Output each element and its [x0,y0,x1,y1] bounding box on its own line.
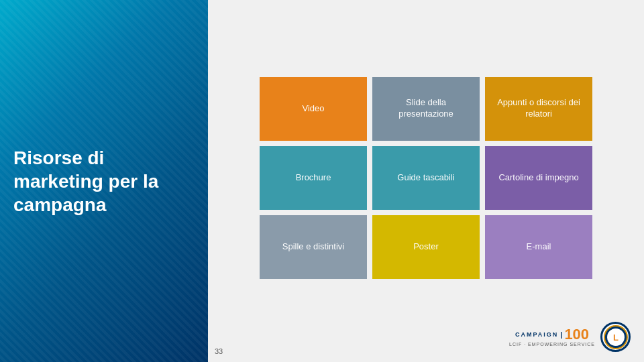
tile-slide-presentazione[interactable]: Slide della presentazione [372,77,480,141]
tile-video[interactable]: Video [260,77,367,141]
tile-email[interactable]: E-mail [485,215,592,279]
tile-appunti-discorsi[interactable]: Appunti o discorsi dei relatori [485,77,592,141]
tile-spille-distintivi[interactable]: Spille e distintivi [260,215,367,279]
right-panel: VideoSlide della presentazioneAppunti o … [208,0,644,362]
campaign-label: CAMPAIGN [515,331,558,338]
resources-grid: VideoSlide della presentazioneAppunti o … [260,77,592,279]
lions-logo-circle: L [600,322,631,352]
logo-tagline: LCIF · EMPOWERING SERVICE [509,342,595,347]
left-panel: Risorse di marketing per la campagna [0,0,208,362]
tile-brochure[interactable]: Brochure [260,146,367,210]
svg-text:L: L [613,333,619,343]
logo-separator: | [560,330,562,339]
tile-poster[interactable]: Poster [372,215,480,279]
page-number: 33 [215,347,223,355]
main-title: Risorse di marketing per la campagna [13,146,188,217]
logo-number: 100 [564,327,589,342]
tile-cartoline-impegno[interactable]: Cartoline di impegno [485,146,592,210]
tile-guide-tascabili[interactable]: Guide tascabili [372,146,480,210]
campaign-logo: CAMPAIGN | 100 LCIF · EMPOWERING SERVICE [509,327,595,347]
logo-area: CAMPAIGN | 100 LCIF · EMPOWERING SERVICE… [509,322,631,352]
lions-logo-svg: L [603,324,629,350]
